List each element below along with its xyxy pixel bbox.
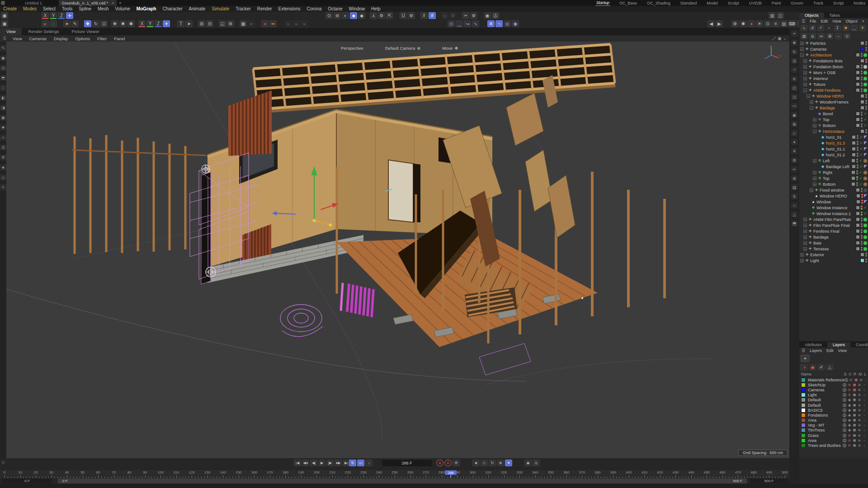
target-tool-icon[interactable]: ◉ xyxy=(512,20,519,27)
visibility-dot[interactable] xyxy=(856,182,858,184)
manager-icon[interactable]: ≣ xyxy=(858,408,861,412)
layer-color-swatch[interactable] xyxy=(860,129,864,133)
triangle-filter-icon[interactable]: △ xyxy=(826,364,833,371)
visibility-dot[interactable] xyxy=(861,247,863,249)
texture-mode-icon[interactable]: ◳ xyxy=(0,65,6,71)
solo-icon[interactable]: S xyxy=(843,439,846,442)
key-pla-toggle[interactable]: ✕ xyxy=(505,460,512,466)
object-name[interactable]: Particles xyxy=(810,41,826,46)
material-ball-icon[interactable] xyxy=(863,241,867,245)
visibility-dot[interactable] xyxy=(861,114,863,116)
object-tree-item[interactable]: +✛WoodenFrames xyxy=(799,99,868,105)
layer-color-swatch[interactable] xyxy=(852,141,856,145)
menu-mograph[interactable]: MoGraph xyxy=(133,6,160,11)
material-ball-icon[interactable] xyxy=(863,71,867,75)
visibility-dot[interactable] xyxy=(865,102,867,104)
visibility-dot[interactable] xyxy=(865,258,867,260)
expand-toggle-icon[interactable]: + xyxy=(813,159,816,163)
preview-range-slider[interactable]: 0 F500 F xyxy=(58,479,747,483)
layout-box-icon[interactable]: ▣ xyxy=(1,12,8,19)
scatter-icon[interactable]: ✽ xyxy=(127,20,135,27)
object-tree-item[interactable]: +✲Bottom✓ xyxy=(799,181,868,187)
visibility-dot[interactable] xyxy=(861,117,863,119)
lock-icon[interactable]: ▫ xyxy=(863,404,866,407)
tool-label[interactable]: Move✥ xyxy=(442,46,458,51)
menu-tools[interactable]: Tools xyxy=(59,6,75,11)
object-name[interactable]: Window xyxy=(816,200,831,204)
layer-color-swatch[interactable] xyxy=(851,182,855,186)
bone-icon[interactable]: ⁔ xyxy=(851,25,858,31)
visibility-dot[interactable] xyxy=(861,237,863,239)
keyframe-icon[interactable]: ◈ xyxy=(0,164,6,170)
expand-toggle-icon[interactable]: + xyxy=(800,42,804,45)
expand-toggle-icon[interactable]: + xyxy=(803,241,807,245)
enabled-check-icon[interactable]: ✓ xyxy=(859,147,863,151)
manager-icon[interactable]: ≣ xyxy=(858,398,861,402)
light-icon[interactable]: ☀ xyxy=(756,20,763,27)
axis-mode-button[interactable]: ✛ xyxy=(66,12,73,19)
expand-toggle-icon[interactable]: + xyxy=(803,224,807,227)
layer-color-swatch[interactable] xyxy=(856,235,860,239)
enabled-check-icon[interactable]: ✓ xyxy=(863,112,867,116)
phong-tag-icon[interactable] xyxy=(864,136,867,139)
enabled-check-icon[interactable]: ✓ xyxy=(859,176,863,180)
object-name[interactable]: horiz_01 xyxy=(826,135,842,140)
layer-name[interactable]: Fondations xyxy=(808,413,828,418)
export-icon[interactable]: ⇱ xyxy=(386,12,393,19)
layer-color-swatch[interactable] xyxy=(801,418,806,422)
sort-icon[interactable]: ≔ xyxy=(818,33,825,39)
render-icon[interactable]: ▦ xyxy=(853,428,856,432)
object-name[interactable]: Exterior xyxy=(810,253,824,257)
close-tab-icon[interactable]: × xyxy=(112,1,114,5)
prev-frame-button[interactable]: ◀| xyxy=(310,460,317,466)
cube-add-icon[interactable]: ⊞ xyxy=(791,121,797,127)
workplane-mode-icon[interactable]: ⬒ xyxy=(0,75,6,81)
transform-icon[interactable]: ✥ xyxy=(111,20,118,27)
phong-tag-icon[interactable] xyxy=(864,153,867,156)
cone-icon[interactable]: △ xyxy=(0,174,6,180)
layer-color-swatch[interactable] xyxy=(860,106,864,110)
axis-icon[interactable]: ⅄ xyxy=(370,12,377,19)
object-name[interactable]: Window Instance.1 xyxy=(816,211,851,216)
visibility-dot[interactable] xyxy=(861,88,863,90)
expand-toggle-icon[interactable]: + xyxy=(813,124,816,127)
enabled-check-icon[interactable]: ✓ xyxy=(859,182,863,186)
material-ball-icon[interactable] xyxy=(863,224,867,227)
object-name[interactable]: ANIM Film ParePluie xyxy=(813,217,851,222)
z-axis-lock-button[interactable]: Z xyxy=(58,12,65,19)
new-document-button[interactable]: + xyxy=(117,0,124,6)
object-tree-item[interactable]: +✛Cameras xyxy=(799,46,868,52)
visibility-dot[interactable] xyxy=(861,190,863,192)
object-tree-item[interactable]: +✛Fixed window xyxy=(799,187,868,193)
layer-color-swatch[interactable] xyxy=(801,423,806,427)
viewport[interactable]: Perspective Default Camera⊗ Move✥ x y Gr… xyxy=(6,42,789,458)
visibility-dot[interactable] xyxy=(865,106,867,108)
layer-row[interactable]: AreaS⊘▦≣▫ xyxy=(799,438,868,443)
pencil-mode-icon[interactable]: ✎ xyxy=(0,45,6,51)
object-name[interactable]: Top xyxy=(823,117,830,122)
next-key-button[interactable]: ●▶ xyxy=(335,460,342,466)
lock-icon[interactable]: ▫ xyxy=(863,408,866,412)
expand-toggle-icon[interactable]: + xyxy=(803,65,807,69)
visibility-dot[interactable] xyxy=(861,90,863,92)
visibility-dot[interactable] xyxy=(861,79,863,80)
objects-menu-object[interactable]: Object xyxy=(843,19,859,23)
phong-tag-icon[interactable] xyxy=(864,200,867,203)
expand-toggle-icon[interactable]: + xyxy=(803,83,807,86)
object-tree-item[interactable]: +✛Murs + OSB xyxy=(799,70,868,75)
layout-tab-startup[interactable]: Startup xyxy=(595,0,610,6)
object-name[interactable]: Fondation Beton xyxy=(813,65,843,69)
expand-toggle-icon[interactable]: − xyxy=(803,89,807,92)
solo-icon[interactable]: S xyxy=(843,444,846,447)
visibility-eye-icon[interactable]: ◉ xyxy=(848,428,851,432)
visibility-dot[interactable] xyxy=(861,223,863,225)
menu-corona[interactable]: Corona xyxy=(303,6,325,11)
visibility-dot[interactable] xyxy=(857,143,859,145)
visibility-dot[interactable] xyxy=(857,164,859,166)
layer-color-swatch[interactable] xyxy=(852,164,856,169)
plane-icon[interactable]: ⬒ xyxy=(791,221,797,226)
layer-color-swatch[interactable] xyxy=(856,112,860,116)
eyedropper-icon[interactable]: ✐ xyxy=(818,364,825,371)
viewport-canvas[interactable] xyxy=(6,42,789,458)
expand-toggle-icon[interactable]: − xyxy=(810,106,813,110)
